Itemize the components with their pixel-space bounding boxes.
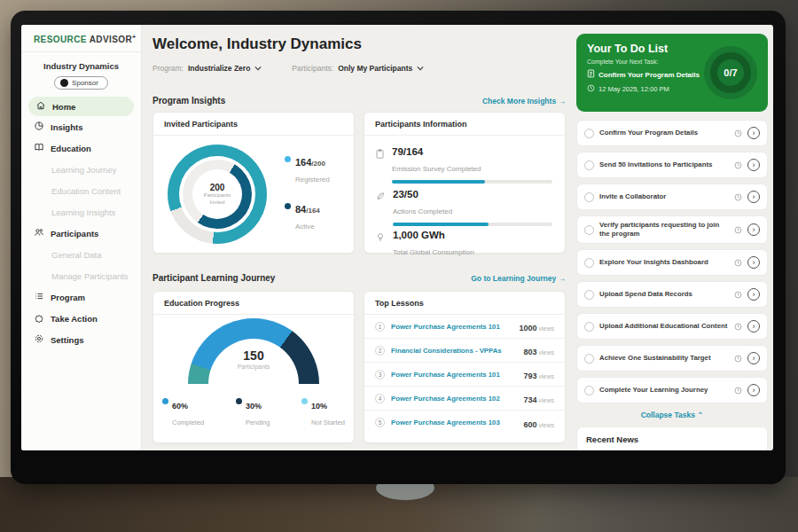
rank-badge: 5: [375, 418, 385, 427]
invited-participants-card: Invited Participants 200 Participants In…: [153, 112, 355, 254]
list-icon: [34, 291, 44, 303]
home-icon: [35, 100, 46, 113]
puzzle-icon: [34, 312, 44, 325]
progress-bar-track: [392, 180, 552, 184]
sidebar-item-settings[interactable]: Settings: [21, 329, 141, 350]
task-item[interactable]: Upload Additional Educational Content ›: [576, 313, 768, 340]
chevron-down-icon: [417, 65, 424, 73]
lesson-link[interactable]: Financial Considerations - VPPAs: [391, 347, 517, 355]
sidebar-item-learning-journey[interactable]: Learning Journey: [21, 159, 141, 180]
lesson-link[interactable]: Power Purchase Agreements 102: [391, 395, 517, 403]
sidebar-item-label: Settings: [51, 335, 83, 345]
logo-primary: RESOURCE: [34, 35, 87, 44]
logo-sup: +: [132, 34, 137, 40]
sidebar-item-education-content[interactable]: Education Content: [21, 180, 141, 201]
task-checkbox[interactable]: [584, 290, 594, 300]
donut-center-value: 200: [210, 183, 225, 192]
task-checkbox[interactable]: [584, 386, 594, 395]
sidebar-item-home[interactable]: Home: [28, 97, 134, 116]
lesson-link[interactable]: Power Purchase Agreements 103: [391, 419, 517, 426]
sidebar-item-label: Manage Participants: [51, 271, 129, 281]
sidebar-item-manage-participants[interactable]: Manage Participants: [21, 265, 141, 286]
task-list: Confirm Your Program Details › Send 50 I…: [576, 120, 768, 403]
sponsor-icon: [60, 79, 68, 87]
chevron-right-icon[interactable]: ›: [747, 288, 760, 301]
chevron-right-icon[interactable]: ›: [747, 159, 760, 171]
task-item[interactable]: Confirm Your Program Details ›: [576, 120, 768, 146]
lesson-row: 1 Power Purchase Agreements 101 1000view…: [364, 315, 565, 339]
sponsor-label: Sponsor: [72, 79, 98, 87]
clipboard-icon: [375, 143, 385, 184]
sidebar-item-label: Program: [51, 293, 85, 302]
task-item[interactable]: Upload Spend Data Records ›: [576, 281, 768, 308]
legend-dot: [301, 398, 308, 404]
check-more-insights-link[interactable]: Check More Insights →: [482, 97, 566, 106]
chevron-right-icon[interactable]: ›: [747, 223, 760, 236]
sidebar-item-insights[interactable]: Insights: [21, 116, 141, 137]
lesson-row: 3 Power Purchase Agreements 101 793views: [364, 363, 565, 387]
chevron-right-icon[interactable]: ›: [747, 191, 760, 203]
learning-cards-row: Education Progress 150 Participants: [153, 291, 566, 443]
stat-actions-completed: 23/50 Actions Completed: [375, 185, 552, 226]
gauge-center-label: Participants: [188, 364, 319, 370]
go-to-learning-journey-link[interactable]: Go to Learning Journey →: [471, 274, 566, 283]
task-checkbox[interactable]: [584, 129, 594, 138]
card-title: Top Lessons: [364, 292, 565, 315]
task-item[interactable]: Invite a Collaborator ›: [576, 184, 768, 210]
sidebar-item-participants[interactable]: Participants: [21, 223, 141, 244]
program-filter[interactable]: Program: Industrialize Zero: [153, 64, 262, 73]
task-item[interactable]: Complete Your Learning Journey ›: [576, 377, 768, 403]
sidebar-item-program[interactable]: Program: [21, 286, 141, 308]
invited-donut-chart: 200 Participants Invited: [168, 145, 267, 244]
donut-gap: 200 Participants Invited: [179, 156, 255, 232]
sidebar-item-label: Learning Journey: [51, 165, 116, 175]
lightbulb-icon: [375, 226, 386, 258]
section-title: Participant Learning Journey: [153, 273, 275, 283]
page-title: Welcome, Industry Dynamics: [153, 35, 362, 53]
gauge-center: 150 Participants: [188, 348, 319, 370]
gauge-legend: 60%Completed 30%Pending 10%Not Started: [162, 396, 345, 428]
task-item[interactable]: Verify participants requesting to join t…: [576, 215, 768, 244]
rank-badge: 2: [375, 346, 385, 356]
task-checkbox[interactable]: [584, 354, 594, 364]
task-item[interactable]: Explore Your Insights Dashboard ›: [576, 249, 768, 276]
participants-filter[interactable]: Participants: Only My Participants: [292, 64, 424, 73]
task-checkbox[interactable]: [584, 160, 594, 170]
card-title: Participants Information: [364, 113, 565, 136]
task-item[interactable]: Send 50 Invitations to Participants ›: [576, 152, 768, 178]
clock-icon: [734, 222, 742, 238]
lesson-link[interactable]: Power Purchase Agreements 101: [391, 323, 512, 331]
legend-item-active: 84/164 Active: [285, 200, 330, 232]
sidebar-item-label: Participants: [51, 229, 98, 239]
card-title: Invited Participants: [153, 113, 354, 136]
sidebar-item-general-data[interactable]: General Data: [21, 244, 141, 265]
insights-cards-row: Invited Participants 200 Participants In…: [153, 112, 566, 254]
donut-legend: 164/200 Registered 84/164 Active: [285, 153, 330, 232]
legend-item-registered: 164/200 Registered: [285, 153, 330, 185]
progress-bar-fill: [392, 180, 485, 184]
task-checkbox[interactable]: [584, 258, 594, 268]
chevron-right-icon[interactable]: ›: [747, 127, 760, 139]
sidebar-item-take-action[interactable]: Take Action: [21, 308, 141, 329]
program-filter-label: Program:: [153, 64, 184, 73]
task-checkbox[interactable]: [584, 322, 594, 332]
chevron-right-icon[interactable]: ›: [747, 256, 760, 269]
sponsor-badge[interactable]: Sponsor: [54, 76, 108, 90]
collapse-tasks-link[interactable]: Collapse Tasks ⌃: [576, 411, 768, 419]
sidebar-item-education[interactable]: Education: [21, 137, 141, 159]
chevron-right-icon[interactable]: ›: [747, 320, 760, 332]
task-checkbox[interactable]: [584, 192, 594, 202]
chevron-right-icon[interactable]: ›: [747, 384, 760, 396]
card-title: Education Progress: [153, 292, 354, 315]
clock-icon: [734, 189, 742, 205]
lesson-link[interactable]: Power Purchase Agreements 101: [391, 371, 517, 379]
task-checkbox[interactable]: [584, 225, 594, 235]
sidebar-item-learning-insights[interactable]: Learning Insights: [21, 201, 141, 223]
chevron-right-icon[interactable]: ›: [747, 352, 760, 364]
task-item[interactable]: Achieve One Sustainability Target ›: [576, 345, 768, 372]
gear-icon: [34, 333, 44, 346]
recent-news-card: Recent News: [576, 426, 768, 450]
participants-filter-label: Participants:: [292, 64, 333, 73]
sidebar-item-label: Insights: [51, 122, 82, 132]
sidebar-nav: Home Insights Education Learning Journey: [21, 97, 141, 350]
